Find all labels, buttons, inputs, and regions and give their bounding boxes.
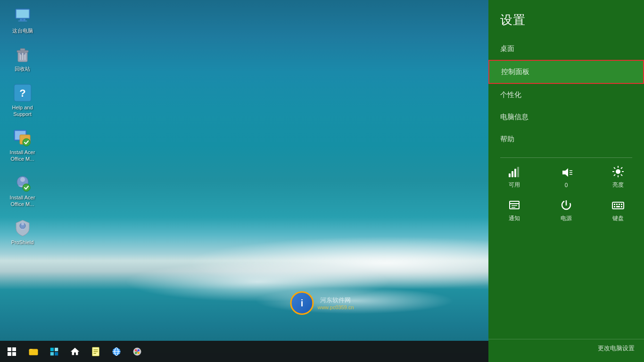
desktop-icon-install-acer1[interactable]: Install Acer Office M...: [5, 126, 40, 165]
settings-item-control-panel-label: 控制面板: [501, 67, 529, 76]
controls-row-1: 可用 0: [488, 165, 644, 189]
taskbar-icon-notes[interactable]: [86, 342, 106, 361]
taskbar-icon-store[interactable]: [44, 342, 64, 361]
control-power[interactable]: 电源: [550, 198, 583, 222]
desktop-icon-help-support-label: Help and Support: [12, 104, 33, 118]
svg-rect-70: [621, 206, 622, 207]
settings-menu: 桌面 控制面板 个性化 电脑信息 帮助: [488, 35, 644, 337]
svg-rect-23: [50, 352, 54, 355]
svg-rect-42: [514, 169, 516, 177]
settings-footer: 更改电脑设置: [488, 339, 644, 362]
watermark-url: www.pc0359.cn: [317, 304, 354, 310]
svg-line-53: [614, 167, 615, 169]
svg-line-54: [621, 174, 622, 176]
taskbar-icon-home[interactable]: [65, 342, 85, 361]
svg-point-16: [23, 184, 30, 191]
settings-item-desktop[interactable]: 桌面: [488, 38, 644, 60]
svg-rect-65: [616, 204, 618, 205]
help-support-icon: ?: [13, 83, 32, 102]
watermark-text: 河东软件网 www.pc0359.cn: [317, 296, 354, 310]
watermark-site-name: 河东软件网: [317, 296, 354, 304]
control-volume-label: 0: [565, 182, 568, 189]
settings-header: 设置: [488, 0, 644, 35]
settings-item-pc-info-label: 电脑信息: [500, 113, 528, 122]
svg-rect-67: [621, 204, 622, 205]
svg-rect-66: [619, 204, 620, 205]
svg-rect-63: [612, 202, 624, 209]
desktop-icon-recycle-bin[interactable]: 回收站: [5, 43, 40, 74]
control-network-label: 可用: [509, 181, 520, 189]
control-brightness[interactable]: 亮度: [602, 165, 635, 189]
settings-item-help-label: 帮助: [500, 135, 514, 144]
desktop-icon-install-acer2[interactable]: Install Acer Office M...: [5, 172, 40, 210]
svg-text:?: ?: [19, 87, 25, 99]
desktop-icon-proshield-label: ProShield: [11, 239, 34, 246]
settings-item-personalize[interactable]: 个性化: [488, 84, 644, 106]
control-keyboard[interactable]: 键盘: [602, 198, 635, 222]
settings-item-personalize-label: 个性化: [500, 90, 521, 99]
svg-point-15: [20, 177, 25, 182]
control-brightness-label: 亮度: [612, 181, 624, 189]
desktop-icon-this-pc-label: 这台电脑: [12, 27, 33, 34]
svg-rect-24: [55, 352, 58, 355]
svg-rect-22: [55, 347, 58, 351]
desktop-icon-install-acer1-label: Install Acer Office M...: [10, 149, 35, 163]
settings-item-control-panel[interactable]: 控制面板: [488, 60, 644, 84]
desktop-icons-area: 这台电脑 回收站 ?: [5, 5, 40, 248]
desktop: 这台电脑 回收站 ?: [0, 0, 644, 362]
watermark-logo: i 河东软件网 www.pc0359.cn: [290, 291, 354, 315]
watermark-circle-icon: i: [290, 291, 314, 315]
settings-item-help[interactable]: 帮助: [488, 128, 644, 150]
svg-rect-64: [614, 204, 615, 205]
svg-rect-20: [29, 350, 38, 355]
svg-rect-4: [22, 19, 24, 21]
svg-line-56: [614, 174, 615, 176]
control-network[interactable]: 可用: [498, 165, 531, 189]
recycle-bin-icon: [13, 45, 32, 64]
install-acer1-icon: [13, 128, 32, 147]
settings-title: 设置: [500, 12, 632, 28]
install-acer2-icon: [13, 173, 32, 192]
svg-rect-21: [50, 347, 54, 351]
desktop-icon-help-support[interactable]: ? Help and Support: [5, 82, 40, 120]
control-notifications[interactable]: 通知: [498, 198, 531, 222]
control-volume[interactable]: 0: [550, 166, 583, 189]
watermark: i 河东软件网 www.pc0359.cn: [290, 291, 354, 315]
taskbar-icons: [24, 342, 147, 361]
taskbar-icon-paint[interactable]: [127, 342, 147, 361]
change-settings-link[interactable]: 更改电脑设置: [498, 344, 635, 353]
control-notifications-label: 通知: [509, 214, 520, 222]
taskbar-icon-file-explorer[interactable]: [24, 342, 43, 361]
settings-panel: 设置 桌面 控制面板 个性化 电脑信息 帮助: [488, 0, 644, 362]
svg-rect-43: [517, 167, 519, 177]
start-button[interactable]: [2, 342, 21, 361]
desktop-icon-proshield[interactable]: ProShield: [5, 216, 40, 247]
svg-rect-1: [16, 10, 29, 18]
svg-rect-40: [509, 173, 511, 177]
svg-rect-68: [614, 206, 615, 207]
svg-rect-3: [18, 21, 27, 22]
control-power-label: 电源: [561, 214, 572, 222]
control-keyboard-label: 键盘: [612, 214, 624, 222]
svg-rect-41: [512, 171, 513, 177]
svg-rect-69: [616, 206, 620, 207]
settings-item-pc-info[interactable]: 电脑信息: [488, 106, 644, 128]
taskbar-icon-ie[interactable]: [107, 342, 126, 361]
proshield-icon: [13, 218, 32, 237]
desktop-icon-install-acer2-label: Install Acer Office M...: [10, 194, 35, 208]
svg-rect-7: [20, 49, 25, 51]
controls-row-2: 通知 电源: [488, 198, 644, 222]
svg-point-39: [136, 351, 138, 353]
computer-icon: [13, 7, 32, 25]
desktop-icon-recycle-bin-label: 回收站: [15, 66, 30, 72]
svg-marker-44: [562, 168, 568, 177]
settings-divider: [500, 157, 632, 158]
desktop-icon-this-pc[interactable]: 这台电脑: [5, 5, 40, 36]
svg-line-55: [621, 167, 622, 169]
svg-point-18: [21, 222, 24, 225]
svg-point-48: [616, 169, 620, 174]
svg-point-13: [23, 139, 30, 146]
settings-item-desktop-label: 桌面: [500, 44, 514, 53]
